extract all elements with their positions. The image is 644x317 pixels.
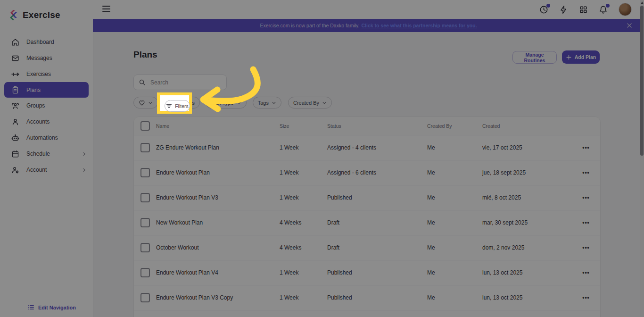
- clipboard-icon: [11, 86, 19, 94]
- table-row[interactable]: October Workout 4 Weeks Draft Me dom, 2 …: [134, 235, 600, 260]
- row-actions-button[interactable]: •••: [582, 194, 590, 201]
- home-icon: [11, 38, 19, 46]
- filters-button-highlighted[interactable]: Filters: [165, 100, 190, 112]
- plan-status: Published: [327, 194, 427, 201]
- sidebar-item-account[interactable]: Account: [0, 162, 93, 178]
- heart-icon: [139, 100, 145, 106]
- row-actions-button[interactable]: •••: [582, 294, 590, 301]
- select-all-checkbox[interactable]: [140, 121, 150, 131]
- announcement-banner: Exercise.com is now part of the Daxko fa…: [93, 19, 644, 32]
- row-checkbox[interactable]: [140, 218, 150, 227]
- sidebar-item-exercises[interactable]: Exercises: [0, 66, 93, 82]
- table-row[interactable]: ZG Endure Workout Plan 1 Week Assigned -…: [134, 135, 600, 160]
- row-checkbox[interactable]: [140, 293, 150, 302]
- filters-button-label: Filters: [175, 103, 189, 109]
- plan-size: 1 Week: [280, 194, 327, 201]
- header-size: Size: [280, 123, 327, 129]
- header-name: Name: [156, 123, 280, 129]
- row-checkbox[interactable]: [140, 193, 150, 202]
- plan-status: Assigned - 4 clients: [327, 144, 427, 151]
- tags-chip-label: Tags: [258, 100, 269, 106]
- tags-chip[interactable]: Tags: [253, 97, 281, 108]
- plan-created-date: jue, 18 sept 2025: [482, 169, 572, 176]
- created-by-chip[interactable]: Created By: [288, 97, 332, 108]
- search-input[interactable]: [149, 79, 217, 86]
- topbar-icons: [539, 0, 632, 19]
- sidebar-item-accounts[interactable]: Accounts: [0, 114, 93, 130]
- manage-routines-button[interactable]: Manage Routines: [512, 51, 557, 64]
- scrollbar-thumb[interactable]: [640, 6, 644, 156]
- brand-logo[interactable]: Exercise: [8, 9, 60, 21]
- banner-link[interactable]: Click to see what this partnership means…: [361, 23, 477, 28]
- sidebar-item-messages[interactable]: Messages: [0, 50, 93, 66]
- favorites-chip[interactable]: [133, 97, 158, 108]
- row-actions-button[interactable]: •••: [582, 144, 590, 151]
- apps-grid-icon[interactable]: [579, 5, 588, 14]
- sidebar-item-groups[interactable]: Groups: [0, 98, 93, 114]
- plan-status: Published: [327, 269, 427, 276]
- page-title: Plans: [133, 50, 157, 60]
- plan-status: Published: [327, 294, 427, 301]
- sidebar-item-label: Messages: [26, 55, 86, 61]
- row-actions-button[interactable]: •••: [582, 269, 590, 276]
- table-row[interactable]: New Workout Plan 4 Weeks Draft Me mar, 3…: [134, 210, 600, 235]
- plan-size: 4 Weeks: [280, 219, 327, 226]
- lightning-icon[interactable]: [559, 5, 568, 14]
- sidebar-item-label: Schedule: [26, 150, 75, 157]
- chevron-down-icon: [237, 100, 241, 105]
- plan-created-by: Me: [427, 294, 482, 301]
- table-row[interactable]: Endure Workout Plan V3 Copy 1 Week Publi…: [134, 285, 600, 310]
- plan-size: 1 Week: [280, 294, 327, 301]
- filters-highlight-box: Filters: [157, 92, 192, 114]
- table-row[interactable]: Endure Workout Plan V4 1 Week Published …: [134, 260, 600, 285]
- row-actions-button[interactable]: •••: [582, 219, 590, 226]
- row-checkbox[interactable]: [140, 268, 150, 277]
- sidebar-item-label: Plans: [26, 87, 82, 93]
- topbar: [93, 0, 644, 19]
- plan-created-by: Me: [427, 219, 482, 226]
- table-row[interactable]: Endure Workout Plan 1 Week Assigned - 6 …: [134, 160, 600, 185]
- header-created: Created: [482, 123, 572, 129]
- sidebar-item-plans[interactable]: Plans: [4, 82, 89, 98]
- row-actions-button[interactable]: •••: [582, 244, 590, 251]
- plan-created-date: mar, 30 sept 2025: [482, 219, 572, 226]
- row-checkbox[interactable]: [140, 243, 150, 252]
- plans-table: Name Size Status Created By Created ZG E…: [133, 117, 601, 317]
- chevron-down-icon: [272, 100, 276, 105]
- sidebar-item-automations[interactable]: Automations: [0, 130, 93, 146]
- plan-created-date: lun, 13 oct 2025: [482, 269, 572, 276]
- add-plan-button[interactable]: Add Plan: [562, 50, 600, 64]
- row-checkbox[interactable]: [140, 143, 150, 152]
- plan-created-date: dom, 2 nov 2025: [482, 244, 572, 251]
- table-row[interactable]: October 2025 5 Weeks Draft Me sáb, 18 oc…: [134, 310, 600, 317]
- plan-created-by: Me: [427, 144, 482, 151]
- sidebar-item-schedule[interactable]: Schedule: [0, 146, 93, 162]
- plan-name: Endure Workout Plan V4: [156, 269, 280, 276]
- sidebar-item-dashboard[interactable]: Dashboard: [0, 34, 93, 50]
- plan-type-chip[interactable]: Plan Type: [206, 97, 247, 108]
- plan-created-by: Me: [427, 169, 482, 176]
- history-clock-icon[interactable]: [539, 5, 548, 14]
- banner-close-icon[interactable]: [626, 22, 633, 29]
- chevron-right-icon: [82, 168, 86, 172]
- plan-status: Draft: [327, 219, 427, 226]
- scrollbar-up-arrow[interactable]: [641, 1, 644, 4]
- plan-name: October Workout: [156, 244, 280, 251]
- hamburger-menu-button[interactable]: [102, 6, 110, 12]
- robot-icon: [11, 134, 19, 142]
- chevron-right-icon: [82, 152, 86, 156]
- filter-lines-icon: [166, 103, 172, 108]
- list-icon: [27, 304, 34, 311]
- sidebar-item-label: Dashboard: [26, 39, 86, 45]
- row-actions-button[interactable]: •••: [582, 169, 590, 176]
- table-row[interactable]: Endure Workout Plan V3 1 Week Published …: [134, 185, 600, 210]
- groups-icon: [11, 102, 19, 110]
- edit-navigation-button[interactable]: Edit Navigation: [27, 304, 76, 311]
- person-icon: [11, 118, 19, 126]
- chevron-down-icon: [148, 100, 153, 105]
- user-avatar[interactable]: [619, 3, 632, 16]
- brand-logo-icon: [8, 9, 19, 21]
- sidebar-item-label: Automations: [26, 134, 86, 141]
- notifications-bell-icon[interactable]: [599, 5, 608, 14]
- row-checkbox[interactable]: [140, 168, 150, 177]
